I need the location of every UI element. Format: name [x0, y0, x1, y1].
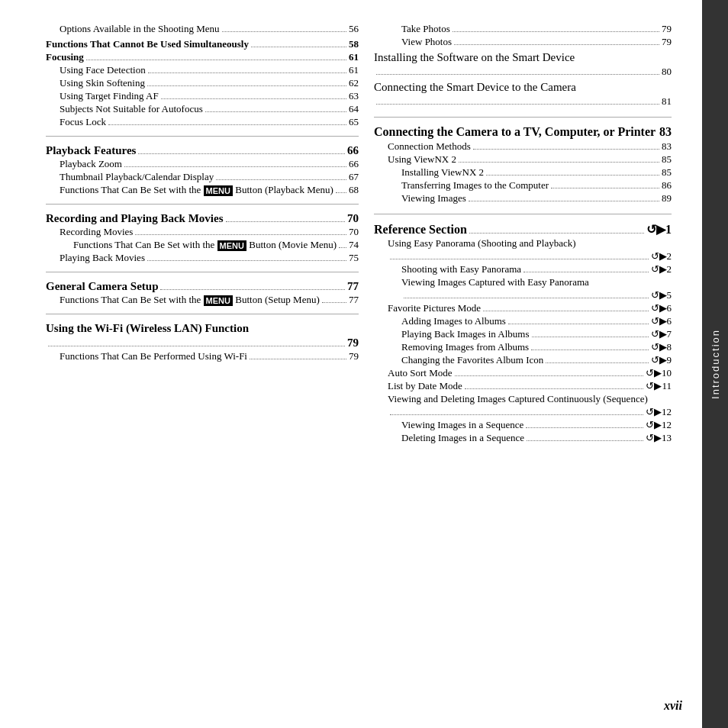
toc-text: Focusing — [46, 51, 84, 63]
toc-item: Connecting the Camera to a TV, Computer,… — [374, 125, 672, 139]
toc-page: ↺▶12 — [646, 419, 672, 431]
toc-dots — [216, 178, 346, 180]
toc-page: 56 — [349, 23, 359, 35]
toc-dots — [453, 30, 659, 32]
toc-item: Playback Features 66 — [46, 144, 359, 157]
toc-dots — [469, 199, 659, 201]
toc-page: ↺▶12 — [646, 406, 672, 418]
toc-dots — [108, 123, 346, 125]
toc-item: General Camera Setup 77 — [46, 280, 359, 293]
toc-dots — [523, 270, 648, 272]
toc-page: ↺▶13 — [646, 432, 672, 444]
toc-page: 62 — [349, 77, 359, 89]
reference-section: Reference Section ↺▶1 Using Easy Panoram… — [374, 222, 672, 444]
toc-dots — [532, 335, 649, 337]
toc-page: 75 — [349, 252, 359, 264]
divider — [374, 117, 672, 118]
toc-dots — [551, 186, 659, 188]
toc-text: Playback Zoom — [60, 158, 122, 170]
toc-item: Deleting Images in a Sequence ↺▶13 — [374, 432, 672, 444]
toc-text: Functions That Can Be Set with the MENU … — [60, 294, 320, 306]
toc-page: 80 — [662, 66, 672, 78]
toc-text: Options Available in the Shooting Menu — [60, 23, 220, 35]
toc-dots — [336, 191, 346, 193]
toc-row: Functions That Can Be Performed Using Wi… — [60, 350, 359, 362]
toc-dots — [250, 357, 346, 359]
toc-item: Viewing Images 89 — [374, 192, 672, 205]
toc-page: 79 — [347, 337, 359, 350]
toc-item: Favorite Pictures Mode ↺▶6 — [374, 302, 672, 314]
toc-dots — [86, 58, 346, 60]
toc-text: Functions That Can Be Performed Using Wi… — [60, 350, 247, 362]
toc-page: 79 — [662, 23, 672, 35]
toc-text: Deleting Images in a Sequence — [401, 432, 524, 444]
toc-page: ↺▶9 — [651, 354, 672, 366]
toc-item: Functions That Can Be Set with the MENU … — [46, 294, 359, 306]
toc-item: 81 — [374, 95, 672, 108]
toc-dots — [322, 301, 346, 303]
toc-page: ↺▶8 — [651, 341, 672, 353]
toc-page: 86 — [662, 179, 672, 192]
toc-page: 65 — [349, 116, 359, 128]
toc-item: Changing the Favorites Album Icon ↺▶9 — [374, 354, 672, 366]
toc-dots — [473, 147, 659, 150]
toc-row: Viewing and Deleting Images Captured Con… — [388, 393, 672, 405]
toc-text: Focus Lock — [60, 116, 106, 128]
toc-text: Playing Back Images in Albums — [401, 328, 530, 340]
toc-item: Reference Section ↺▶1 — [374, 222, 672, 237]
toc-page: ↺▶2 — [651, 250, 672, 263]
section-header: Playback Features — [46, 144, 136, 157]
footer-page-text: xvii — [664, 699, 682, 712]
setup-section: General Camera Setup 77 Functions That C… — [46, 280, 359, 306]
toc-dots — [508, 322, 649, 324]
toc-page: 85 — [662, 166, 672, 179]
divider — [46, 314, 359, 314]
toc-dots — [48, 344, 345, 346]
toc-dots — [483, 309, 648, 311]
toc-item: Playing Back Movies 75 — [46, 252, 359, 264]
toc-page: 61 — [349, 64, 359, 76]
toc-dots — [160, 288, 345, 290]
toc-page: ↺▶1 — [646, 222, 672, 237]
toc-row: Using Easy Panorama (Shooting and Playba… — [388, 237, 672, 250]
toc-item: Viewing Images in a Sequence ↺▶12 — [374, 419, 672, 431]
toc-page: ↺▶2 — [651, 263, 672, 275]
toc-dots — [147, 84, 346, 86]
toc-dots — [138, 152, 345, 154]
toc-text: Viewing Images in a Sequence — [401, 419, 523, 431]
toc-page: 66 — [347, 144, 359, 157]
toc-item: Viewing Images Captured with Easy Panora… — [374, 276, 672, 301]
toc-dots — [459, 160, 659, 163]
connect-device-section: Connecting the Smart Device to the Camer… — [374, 81, 672, 108]
toc-item: Functions That Cannot Be Used Simultaneo… — [46, 38, 359, 50]
toc-text: Functions That Can Be Set with the MENU … — [60, 184, 333, 196]
toc-page: 67 — [349, 171, 359, 183]
right-column: Take Photos 79 View Photos 79 Installing… — [374, 15, 672, 713]
toc-page: 61 — [349, 51, 359, 63]
toc-page: 66 — [349, 158, 359, 170]
toc-page: 89 — [662, 192, 672, 205]
toc-row: Functions That Can Be Set with the MENU … — [73, 239, 359, 251]
toc-page: 70 — [347, 212, 359, 225]
toc-page: 64 — [349, 103, 359, 115]
toc-text: Using Face Detection — [60, 64, 146, 76]
toc-text: Installing ViewNX 2 — [401, 166, 484, 179]
toc-dots — [526, 426, 643, 428]
toc-item: Using the Wi-Fi (Wireless LAN) Function — [46, 322, 359, 335]
menu-icon: MENU — [217, 240, 246, 251]
toc-dots — [390, 413, 643, 415]
toc-item: Installing ViewNX 2 85 — [374, 166, 672, 179]
toc-text: Removing Images from Albums — [401, 341, 529, 353]
page-container: Options Available in the Shooting Menu 5… — [0, 0, 728, 728]
toc-text: Connection Methods — [388, 140, 471, 153]
toc-page: ↺▶11 — [646, 380, 672, 392]
toc-text: Recording Movies — [60, 226, 133, 238]
toc-item: Using ViewNX 2 85 — [374, 153, 672, 166]
divider — [46, 136, 359, 137]
sidebar-label: Introduction — [710, 329, 721, 399]
sidebar: Introduction — [702, 0, 728, 728]
toc-item: Using Skin Softening 62 — [46, 77, 359, 89]
toc-item: Playback Zoom 66 — [46, 158, 359, 170]
section-text: Installing the Software on the Smart Dev… — [374, 51, 575, 63]
toc-dots — [469, 231, 644, 234]
